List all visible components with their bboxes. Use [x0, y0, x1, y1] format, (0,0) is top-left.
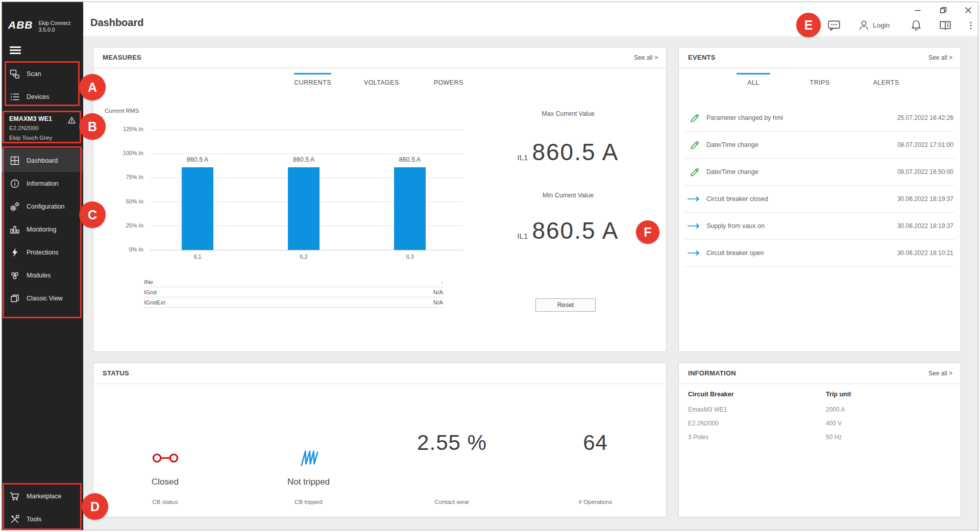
information-header: INFORMATION See all >: [679, 363, 961, 384]
event-timestamp: 30.06.2022 18:10:21: [897, 249, 953, 257]
events-tabs: ALLTRIPSALERTS: [679, 73, 961, 86]
configuration-icon: [10, 201, 20, 212]
user-icon: [857, 19, 870, 32]
tab-all[interactable]: ALL: [729, 73, 777, 86]
information-see-all-link[interactable]: See all >: [928, 363, 952, 384]
sidebar-item-monitoring[interactable]: Monitoring: [2, 218, 83, 241]
tab-trips[interactable]: TRIPS: [796, 73, 844, 86]
reset-button[interactable]: Reset: [535, 298, 596, 312]
sidebar-item-label: Dashboard: [27, 157, 58, 164]
status-card--operations: 64# Operations: [524, 384, 667, 517]
login-button[interactable]: Login: [857, 19, 890, 32]
tab-currents[interactable]: CURRENTS: [287, 73, 338, 86]
measure-row: IGndExtN/A: [144, 297, 443, 308]
sidebar-item-modules[interactable]: Modules: [2, 264, 83, 287]
chart-bar-il1: [182, 167, 213, 250]
event-row[interactable]: Circuit breaker open30.06.2022 18:10:21: [685, 240, 954, 267]
event-row[interactable]: Circuit breaker closed30.06.2022 18:19:3…: [685, 186, 954, 213]
sidebar-item-label: Tools: [27, 516, 41, 523]
event-label: Circuit breaker open: [706, 249, 897, 257]
status-card-cb-status: ClosedCB status: [93, 384, 237, 517]
scan-icon: [10, 69, 20, 79]
info-row: 3 Poles: [688, 434, 816, 441]
x-tick-label: IL2: [278, 254, 329, 260]
y-tick-label: 100% In: [108, 150, 143, 156]
sidebar-item-information[interactable]: Information: [2, 172, 83, 195]
brand-text: Ekip Connect 3.5.0.0: [39, 19, 70, 33]
protections-icon: [10, 247, 20, 258]
sidebar-item-label: Configuration: [27, 203, 64, 210]
sidebar-item-protections[interactable]: Protections: [2, 241, 83, 264]
hamburger-menu-icon[interactable]: [10, 46, 21, 55]
app-window: Dashboard Login: [2, 2, 978, 530]
event-label: Date/Time change: [706, 141, 897, 148]
info-row: 50 Hz: [826, 434, 953, 441]
bar-value-label: 860.5 A: [172, 156, 223, 163]
sidebar-item-scan[interactable]: Scan: [2, 62, 83, 85]
information-icon: [10, 179, 20, 189]
event-row[interactable]: Parameter changed by hmi25.07.2022 16:42…: [685, 105, 954, 132]
tab-label: ALERTS: [873, 79, 899, 86]
sidebar-item-label: Classic View: [27, 295, 63, 302]
measures-see-all-link[interactable]: See all >: [634, 47, 658, 68]
status-card-contact-wear: 2.55 %Contact wear: [380, 384, 524, 517]
event-label: Parameter changed by hmi: [706, 114, 897, 121]
kebab-menu-icon[interactable]: [966, 19, 976, 32]
y-tick-label: 125% In: [108, 126, 143, 132]
arrow-icon: [687, 194, 702, 204]
measure-label: IGndExt: [144, 299, 165, 306]
event-row[interactable]: Supply from vaux on30.06.2022 18:19:37: [685, 213, 954, 240]
tab-alerts[interactable]: ALERTS: [862, 73, 910, 86]
devices-icon: [10, 92, 20, 102]
max-number: 860.5 A: [532, 138, 619, 166]
manual-book-icon[interactable]: [939, 19, 952, 32]
status-header: STATUS: [93, 363, 666, 384]
dashboard-icon: [10, 156, 20, 166]
sidebar-item-label: Devices: [27, 93, 49, 100]
scan-section: ScanDevices: [2, 62, 83, 108]
measures-title: MEASURES: [103, 47, 141, 68]
status-caption: Contact wear: [380, 499, 524, 505]
feedback-chat-icon[interactable]: [827, 19, 841, 32]
cb-closed-icon: [93, 444, 237, 472]
event-timestamp: 25.07.2022 16:42:26: [897, 114, 953, 121]
status-value: 64: [524, 430, 667, 455]
min-current-value: IL1 860.5 A: [476, 217, 660, 244]
device-card[interactable]: EMAXM3 WE1 E2.2N2000 Ekip Touch Grey: [2, 111, 83, 143]
tab-label: TRIPS: [810, 79, 830, 86]
tab-powers[interactable]: POWERS: [425, 73, 473, 86]
sidebar-item-marketplace[interactable]: Marketplace: [2, 485, 83, 508]
restore-button[interactable]: [939, 6, 947, 14]
bar-value-label: 860.5 A: [278, 156, 329, 163]
notifications-bell-icon[interactable]: [910, 19, 923, 32]
arrow-icon: [687, 248, 702, 258]
sidebar-item-configuration[interactable]: Configuration: [2, 195, 83, 218]
sidebar-item-devices[interactable]: Devices: [2, 85, 83, 108]
sidebar-item-classic-view[interactable]: Classic View: [2, 287, 83, 310]
measure-label: INe: [144, 279, 153, 285]
event-timestamp: 30.06.2022 18:19:37: [897, 222, 953, 230]
events-see-all-link[interactable]: See all >: [928, 47, 952, 68]
tab-indicator: [364, 73, 399, 74]
info-row: 2000 A: [826, 406, 953, 413]
minimize-button[interactable]: [914, 6, 922, 14]
app-version: 3.5.0.0: [39, 27, 70, 33]
event-timestamp: 08.07.2022 16:50:00: [897, 168, 953, 175]
event-row[interactable]: Date/Time change08.07.2022 16:50:00: [685, 159, 954, 186]
min-current-label: Min Current Value: [476, 190, 660, 199]
page-title: Dashboard: [90, 17, 143, 29]
tools-icon: [10, 514, 20, 524]
events-title: EVENTS: [688, 47, 716, 68]
event-row[interactable]: Date/Time change08.07.2022 17:01:00: [685, 132, 954, 159]
tab-voltages[interactable]: VOLTAGES: [357, 73, 406, 86]
not-tripped-icon: [237, 444, 380, 472]
bar-value-label: 860.5 A: [384, 156, 435, 163]
sidebar-item-dashboard[interactable]: Dashboard: [2, 149, 83, 172]
status-caption: # Operations: [524, 499, 667, 505]
info-column-circuit-breaker: Circuit BreakerEmaxM3 WE1E2.2N20003 Pole…: [688, 391, 816, 447]
device-trip-unit: Ekip Touch Grey: [9, 133, 76, 143]
close-button[interactable]: [964, 6, 972, 14]
sidebar-item-tools[interactable]: Tools: [2, 508, 83, 530]
x-tick-label: IL1: [172, 254, 223, 260]
status-title: STATUS: [103, 363, 129, 384]
